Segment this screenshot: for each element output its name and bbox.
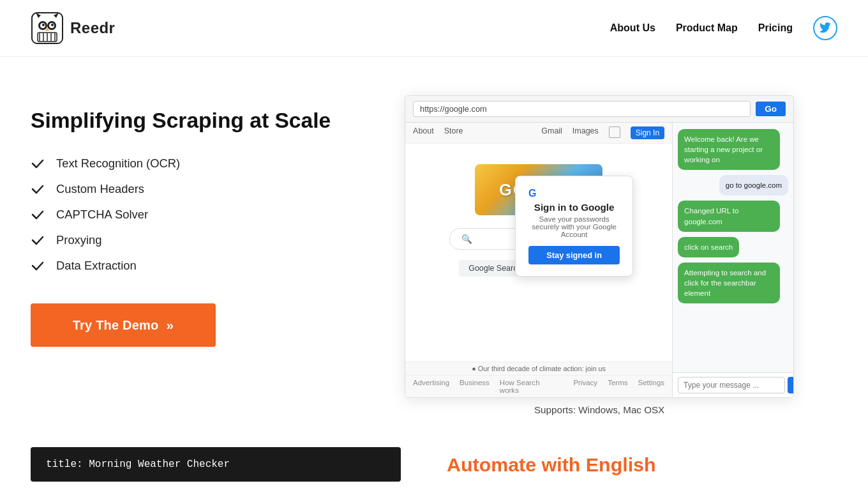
automate-title: Automate with English <box>447 454 656 476</box>
terminal-text: title: Morning Weather Checker <box>46 459 230 470</box>
logo-text: Reedr <box>70 19 115 37</box>
climate-banner: ● Our third decade of climate action: jo… <box>405 362 672 375</box>
owl-logo-icon <box>31 11 64 45</box>
bottom-section: title: Morning Weather Checker Automate … <box>0 447 868 482</box>
svg-point-8 <box>51 24 54 26</box>
chat-message-4: Attempting to search and click for the s… <box>678 263 780 303</box>
footer-how-search-works: How Search works <box>500 379 553 394</box>
logo-link[interactable]: Reedr <box>31 11 115 45</box>
hero-section: Simplifying Scraping at Scale Text Recog… <box>0 57 868 441</box>
product-map-label: Product Map <box>676 22 738 34</box>
supports-text: Supports: Windows, Mac OSX <box>534 404 664 415</box>
terminal-banner: title: Morning Weather Checker <box>31 447 401 482</box>
automate-section: Automate with English <box>431 447 837 482</box>
modal-title: Sign in to Google <box>528 202 620 213</box>
hero-left: Simplifying Scraping at Scale Text Recog… <box>31 95 331 347</box>
nav-store: Store <box>444 126 463 139</box>
footer-settings: Settings <box>638 379 665 394</box>
check-icon-3 <box>31 233 45 247</box>
browser-content: About Store Gmail Images Sign In GOOGLE … <box>405 123 672 397</box>
browser-screenshot: Go About Store Gmail Images Sign In <box>405 95 794 398</box>
footer-business: Business <box>460 379 490 394</box>
chat-message-3: click on search <box>678 237 739 257</box>
feature-item-custom-headers: Custom Headers <box>31 182 331 196</box>
feature-item-proxying: Proxying <box>31 233 331 247</box>
screenshot-main: About Store Gmail Images Sign In GOOGLE … <box>405 123 793 397</box>
feature-label-0: Text Recognition (OCR) <box>56 156 180 171</box>
demo-btn-label: Try The Demo <box>73 318 159 333</box>
feature-item-captcha-solver: CAPTCHA Solver <box>31 208 331 222</box>
chat-messages: Welcome back! Are we starting a new proj… <box>673 123 793 372</box>
chat-panel: Welcome back! Are we starting a new proj… <box>672 123 793 397</box>
chevron-right-icon: » <box>166 317 174 333</box>
feature-label-3: Proxying <box>56 233 102 247</box>
nav-about: About <box>413 126 434 139</box>
chat-message-2: Changed URL to google.com <box>678 201 780 231</box>
try-demo-button[interactable]: Try The Demo » <box>31 303 216 347</box>
url-bar[interactable] <box>413 101 751 117</box>
product-map-link[interactable]: Product Map <box>676 22 738 34</box>
go-button[interactable]: Go <box>756 102 786 116</box>
sign-in-button[interactable]: Sign In <box>631 126 664 139</box>
google-logo-icon: G <box>528 188 620 199</box>
footer-privacy: Privacy <box>573 379 597 394</box>
feature-label-2: CAPTCHA Solver <box>56 208 148 222</box>
features-list: Text Recognition (OCR) Custom Headers CA… <box>31 156 331 273</box>
hero-title: Simplifying Scraping at Scale <box>31 108 331 133</box>
hero-right: Go About Store Gmail Images Sign In <box>361 95 837 415</box>
twitter-icon[interactable] <box>813 16 837 40</box>
check-icon-2 <box>31 208 45 222</box>
feature-item-text-recognition: Text Recognition (OCR) <box>31 156 331 171</box>
pricing-link[interactable]: Pricing <box>758 22 793 34</box>
browser-nav-bar: About Store Gmail Images Sign In <box>405 123 672 144</box>
search-icon-inline: 🔍 <box>461 234 472 244</box>
svg-point-7 <box>42 24 45 26</box>
about-us-link[interactable]: About Us <box>610 22 655 34</box>
nav-links: About Us Product Map Pricing <box>610 16 837 40</box>
footer-advertising: Advertising <box>413 379 449 394</box>
chat-message-1: go to google.com <box>719 175 788 195</box>
browser-bar: Go <box>405 96 793 123</box>
check-icon-0 <box>31 156 45 171</box>
google-page: GOOGLE 🔍 Google Search I'm Feeling Lucky… <box>405 144 672 283</box>
sign-in-modal: G Sign in to Google Save your passwords … <box>515 176 633 277</box>
twitter-bird-icon <box>819 22 831 34</box>
chat-message-0: Welcome back! Are we starting a new proj… <box>678 129 780 170</box>
nav-gmail: Gmail <box>541 126 562 139</box>
chat-send-button[interactable]: Send <box>788 377 794 393</box>
feature-label-1: Custom Headers <box>56 182 144 196</box>
stay-signed-in-button[interactable]: Stay signed in <box>528 246 620 264</box>
chat-input-row: Send <box>673 372 793 397</box>
navbar: Reedr About Us Product Map Pricing <box>0 0 868 57</box>
browser-footer-inner: ● Our third decade of climate action: jo… <box>405 362 672 397</box>
chat-input[interactable] <box>678 377 785 393</box>
nav-images: Images <box>572 126 599 139</box>
feature-item-data-extraction: Data Extraction <box>31 259 331 273</box>
modal-subtitle: Save your passwords securely with your G… <box>528 215 620 238</box>
footer-terms: Terms <box>608 379 627 394</box>
check-icon-1 <box>31 182 45 196</box>
check-icon-4 <box>31 259 45 273</box>
browser-footer-links: Advertising Business How Search works Pr… <box>405 375 672 397</box>
grid-icon <box>609 126 620 138</box>
feature-label-4: Data Extraction <box>56 259 137 273</box>
